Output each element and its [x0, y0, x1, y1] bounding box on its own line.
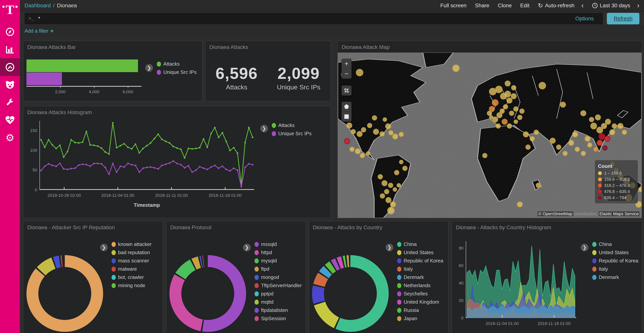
legend-item[interactable]: malware	[112, 266, 152, 272]
legend-item[interactable]: China	[592, 241, 638, 247]
legend-toggle-icon[interactable]: ❯	[386, 244, 393, 251]
attack-location-bubble[interactable]	[563, 151, 567, 156]
legend-item[interactable]: Unique Src IPs	[157, 69, 196, 75]
attack-location-bubble[interactable]	[536, 183, 541, 188]
add-filter-plus-icon[interactable]: +	[50, 28, 54, 34]
time-back-arrow[interactable]: ‹	[581, 2, 584, 9]
sidebar-item-tpot[interactable]	[0, 76, 20, 94]
attack-location-bubble[interactable]	[368, 123, 372, 128]
attack-location-bubble[interactable]	[511, 86, 516, 90]
attack-location-bubble[interactable]	[605, 119, 611, 124]
ems-attribution[interactable]: Elastic Maps Service	[599, 211, 640, 216]
attack-location-bubble[interactable]	[355, 149, 360, 154]
attack-location-bubble[interactable]	[492, 100, 498, 106]
legend-item[interactable]: United Kingdom	[397, 299, 443, 305]
sidebar-item-monitoring[interactable]	[0, 111, 20, 129]
attack-location-bubble[interactable]	[526, 145, 530, 149]
attack-location-bubble[interactable]	[356, 69, 363, 76]
attack-location-bubble[interactable]	[392, 134, 398, 139]
bar-chart[interactable]: 2,0004,0006,000	[26, 60, 142, 98]
attack-location-bubble[interactable]	[505, 81, 510, 86]
attack-location-bubble[interactable]	[517, 202, 522, 207]
attack-location-bubble[interactable]	[399, 132, 404, 137]
attack-location-bubble[interactable]	[502, 119, 507, 124]
attack-location-bubble[interactable]	[507, 98, 512, 103]
area-chart[interactable]	[466, 241, 576, 318]
attack-location-bubble[interactable]	[514, 120, 518, 124]
attack-location-bubble[interactable]	[399, 160, 403, 164]
attack-location-bubble[interactable]	[357, 131, 362, 137]
legend-item[interactable]: bot, crawler	[112, 274, 152, 280]
legend-toggle-icon[interactable]: ❯	[243, 244, 251, 251]
legend-item[interactable]: known attacker	[112, 241, 152, 247]
attack-location-bubble[interactable]	[605, 136, 610, 141]
attack-location-bubble[interactable]	[390, 202, 396, 207]
legend-toggle-icon[interactable]: ❯	[145, 64, 153, 72]
attack-location-bubble[interactable]	[550, 138, 555, 143]
attack-location-bubble[interactable]	[386, 197, 391, 203]
attack-location-bubble[interactable]	[380, 194, 385, 198]
attack-location-bubble[interactable]	[350, 147, 354, 152]
legend-item[interactable]: China	[397, 241, 443, 247]
edit-button[interactable]: Edit	[520, 3, 530, 9]
attack-location-bubble[interactable]	[612, 124, 616, 128]
country-donut-chart[interactable]	[312, 255, 389, 332]
attack-location-bubble[interactable]	[523, 132, 528, 137]
clone-button[interactable]: Clone	[498, 3, 512, 9]
attack-location-bubble[interactable]	[560, 102, 566, 107]
attack-location-bubble[interactable]	[383, 118, 387, 121]
legend-item[interactable]: SipSession	[254, 315, 302, 321]
attack-location-bubble[interactable]	[507, 124, 512, 128]
legend-item[interactable]: Unique Src IPs	[272, 131, 312, 137]
attack-location-bubble[interactable]	[496, 124, 500, 128]
legend-item[interactable]: Italy	[592, 266, 638, 272]
world-map[interactable]: + −	[338, 53, 642, 218]
legend-item[interactable]: ftpdatalisten	[254, 307, 302, 313]
legend-toggle-icon[interactable]: ❯	[100, 244, 108, 251]
attack-location-bubble[interactable]	[589, 117, 594, 122]
time-forward-arrow[interactable]: ›	[637, 2, 640, 9]
sidebar-item-discover[interactable]	[0, 23, 20, 41]
attack-location-bubble[interactable]	[344, 139, 350, 144]
legend-toggle-icon[interactable]: ❯	[260, 125, 268, 132]
legend-item[interactable]: United States	[397, 249, 443, 255]
legend-item[interactable]: Seychelles	[397, 291, 443, 297]
zoom-in-button[interactable]: +	[342, 59, 352, 69]
attack-location-bubble[interactable]	[373, 129, 379, 134]
attack-location-bubble[interactable]	[530, 136, 534, 141]
attack-location-bubble[interactable]	[482, 153, 487, 158]
attack-location-bubble[interactable]	[539, 82, 546, 89]
attack-location-bubble[interactable]	[588, 143, 592, 147]
attack-location-bubble[interactable]	[403, 166, 407, 171]
attack-location-bubble[interactable]	[618, 123, 623, 129]
attack-location-bubble[interactable]	[610, 130, 615, 135]
fullscreen-button[interactable]: Full screen	[440, 3, 466, 9]
attack-location-bubble[interactable]	[351, 130, 356, 134]
legend-item[interactable]: Denmark	[592, 274, 638, 280]
attack-location-bubble[interactable]	[509, 111, 514, 116]
legend-item[interactable]: Denmark	[397, 274, 443, 280]
attack-location-bubble[interactable]	[346, 123, 352, 128]
breadcrumb-dashboard-link[interactable]: Dashboard	[24, 3, 51, 9]
legend-item[interactable]: mining node	[112, 282, 152, 288]
reputation-donut-chart[interactable]	[26, 255, 103, 332]
legend-item[interactable]: Italy	[397, 266, 443, 272]
legend-item[interactable]: httpd	[254, 249, 302, 255]
attack-location-bubble[interactable]	[534, 130, 538, 134]
add-filter-link[interactable]: Add a filter	[24, 28, 48, 34]
legend-item[interactable]: Attacks	[157, 61, 196, 67]
legend-item[interactable]: Japan	[397, 315, 443, 321]
sidebar-item-visualize[interactable]	[0, 41, 20, 58]
legend-item[interactable]: Attacks	[272, 122, 312, 128]
attack-location-bubble[interactable]	[568, 140, 574, 146]
attack-location-bubble[interactable]	[590, 123, 597, 129]
attack-location-bubble[interactable]	[599, 134, 605, 140]
draw-rectangle-icon[interactable]	[342, 112, 352, 122]
refresh-button[interactable]: Refresh	[607, 13, 640, 24]
sidebar-item-devtools[interactable]	[0, 94, 20, 111]
attack-location-bubble[interactable]	[505, 91, 511, 97]
attack-location-bubble[interactable]	[503, 105, 508, 109]
attack-location-bubble[interactable]	[518, 115, 522, 120]
fit-bounds-icon[interactable]	[342, 86, 352, 96]
attack-location-bubble[interactable]	[388, 183, 393, 188]
